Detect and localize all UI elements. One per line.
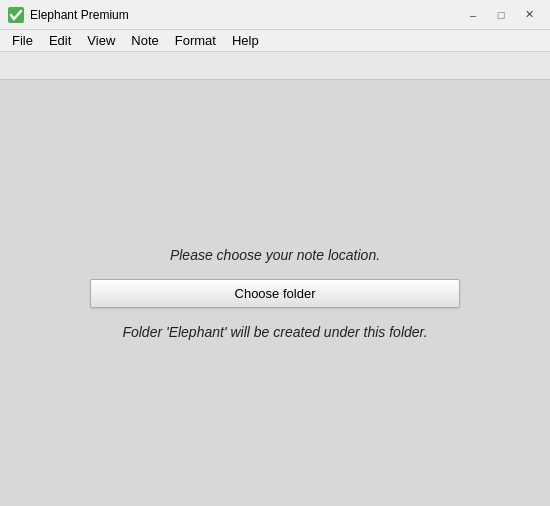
prompt-text: Please choose your note location. [170,247,380,263]
menu-item-menu-file[interactable]: File [4,30,41,51]
menu-item-menu-edit[interactable]: Edit [41,30,79,51]
menu-bar: FileEditViewNoteFormatHelp [0,30,550,52]
minimize-button[interactable]: – [460,5,486,25]
maximize-button[interactable]: □ [488,5,514,25]
app-title: Elephant Premium [30,8,129,22]
folder-info-text: Folder 'Elephant' will be created under … [122,324,427,340]
menu-item-menu-format[interactable]: Format [167,30,224,51]
menu-item-menu-help[interactable]: Help [224,30,267,51]
main-content: Please choose your note location. Choose… [0,80,550,506]
menu-item-menu-view[interactable]: View [79,30,123,51]
title-bar: Elephant Premium – □ ✕ [0,0,550,30]
app-icon [8,7,24,23]
close-button[interactable]: ✕ [516,5,542,25]
title-bar-left: Elephant Premium [8,7,129,23]
menu-item-menu-note[interactable]: Note [123,30,166,51]
choose-folder-button[interactable]: Choose folder [90,279,460,308]
title-bar-controls: – □ ✕ [460,5,542,25]
toolbar [0,52,550,80]
